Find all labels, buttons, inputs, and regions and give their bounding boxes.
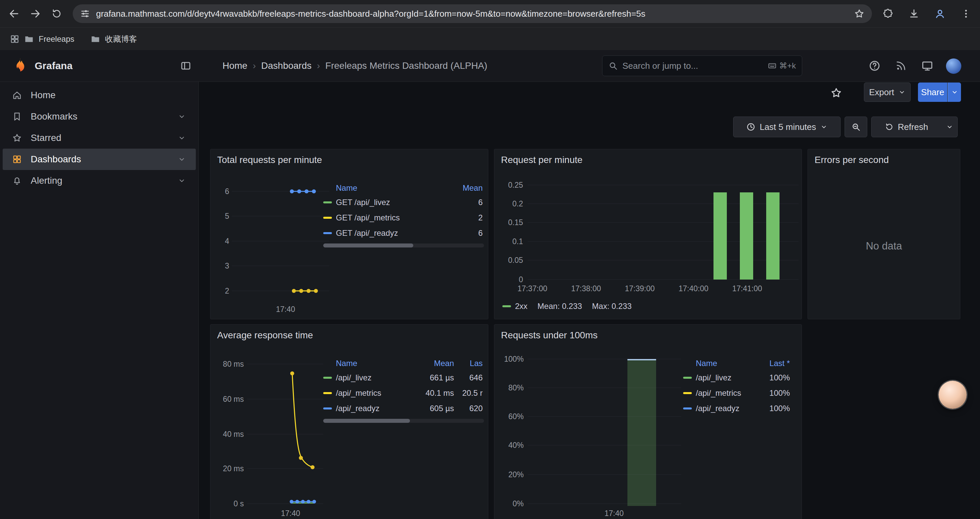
favorite-dashboard-icon[interactable] (830, 87, 842, 99)
chevron-down-icon[interactable] (178, 113, 186, 121)
scrollbar-thumb[interactable] (323, 243, 413, 248)
panel-legend: Name Last * /api/_livez 100% /api/_metri… (683, 357, 791, 416)
legend-col-name[interactable]: Name (323, 359, 409, 368)
y-tick: 40% (497, 441, 524, 450)
profile-icon[interactable] (929, 3, 951, 24)
help-icon[interactable] (867, 58, 882, 73)
downloads-icon[interactable] (903, 3, 924, 24)
url-bar[interactable]: grafana.mathmast.com/d/deytv4rwavabkb/fr… (73, 4, 872, 23)
bookmark-freeleaps[interactable]: Freeleaps (24, 34, 75, 44)
reload-icon[interactable] (46, 3, 67, 24)
refresh-interval-dropdown[interactable] (942, 117, 958, 137)
legend-scrollbar[interactable] (323, 419, 484, 423)
legend-row[interactable]: /api/_livez 100% (683, 370, 791, 385)
search-input[interactable]: Search or jump to... ⌘+k (602, 56, 802, 76)
legend-col-mean[interactable]: Mean (453, 184, 484, 193)
legend-scrollbar[interactable] (323, 243, 484, 248)
chevron-down-icon[interactable] (178, 155, 186, 163)
series-swatch (323, 201, 332, 203)
bar-chart-plot[interactable] (528, 355, 681, 515)
apps-grid-icon[interactable] (5, 30, 24, 48)
panel-title[interactable]: Request per minute (501, 155, 582, 165)
line-chart-plot[interactable] (232, 181, 329, 297)
chevron-down-icon[interactable] (178, 177, 186, 185)
line-chart-plot[interactable] (247, 355, 323, 515)
chevron-down-icon (946, 123, 953, 131)
scrollbar-thumb[interactable] (323, 419, 410, 423)
sidebar-item-label: Alerting (31, 175, 62, 186)
panel-legend: Name Mean GET /api/_livez 6 GET /api/_me… (323, 181, 484, 248)
legend-col-last[interactable]: Last * (757, 359, 791, 368)
user-avatar[interactable] (946, 58, 961, 74)
grafana-logo[interactable] (11, 57, 29, 76)
y-tick: 80% (497, 383, 524, 393)
x-tick: 17:40 (592, 509, 636, 518)
folder-icon (91, 34, 100, 44)
legend-row[interactable]: GET /api/_metrics 2 (323, 210, 484, 225)
chevron-down-icon[interactable] (178, 134, 186, 142)
legend-series[interactable]: 2xx (502, 302, 527, 311)
legend-col-last[interactable]: Las (455, 359, 484, 368)
legend-max: Max: 0.233 (592, 302, 632, 311)
zoom-out-button[interactable] (845, 117, 867, 137)
panel-total-requests-per-minute: Total requests per minute 6 5 4 3 2 17:4… (210, 149, 488, 319)
legend-row[interactable]: /api/_metrics 100% (683, 385, 791, 401)
legend-row[interactable]: /api/_metrics 40.1 ms 20.5 r (323, 385, 484, 401)
legend-col-name[interactable]: Name (683, 359, 757, 368)
legend-row[interactable]: GET /api/_readyz 6 (323, 225, 484, 241)
breadcrumb-separator: › (253, 61, 256, 71)
panel-average-response-time: Average response time 80 ms 60 ms 40 ms … (210, 324, 488, 519)
legend-row[interactable]: GET /api/_livez 6 (323, 195, 484, 210)
sidebar-item-alerting[interactable]: Alerting (3, 170, 196, 192)
sidebar-item-home[interactable]: Home (3, 85, 196, 106)
panel-title[interactable]: Requests under 100ms (501, 330, 598, 341)
back-icon[interactable] (3, 3, 25, 24)
legend-col-name[interactable]: Name (323, 184, 453, 193)
bookmark-star-icon[interactable] (854, 8, 865, 19)
breadcrumb-home[interactable]: Home (223, 61, 248, 71)
export-button[interactable]: Export (864, 83, 911, 102)
sidebar-item-bookmarks[interactable]: Bookmarks (3, 106, 196, 127)
legend-row[interactable]: /api/_readyz 605 µs 620 (323, 401, 484, 416)
sidebar-item-starred[interactable]: Starred (3, 127, 196, 149)
mega-menu-toggle-icon[interactable] (180, 60, 191, 72)
panel-title[interactable]: Errors per second (815, 155, 889, 165)
bookmark-blogs[interactable]: 收藏博客 (91, 34, 137, 45)
search-shortcut: ⌘+k (779, 61, 796, 70)
legend-row[interactable]: /api/_livez 661 µs 646 (323, 370, 484, 385)
share-button[interactable]: Share (918, 83, 947, 102)
sidebar-item-dashboards[interactable]: Dashboards (3, 149, 196, 170)
browser-menu-icon[interactable] (955, 3, 977, 24)
series-swatch (683, 377, 692, 379)
panel-title[interactable]: Average response time (217, 330, 313, 341)
home-icon (12, 90, 22, 100)
legend-row[interactable]: /api/_readyz 100% (683, 401, 791, 416)
breadcrumb-separator: › (317, 61, 320, 71)
y-tick: 0.15 (497, 218, 523, 227)
series-swatch (323, 392, 332, 394)
series-swatch (323, 407, 332, 409)
legend-col-mean[interactable]: Mean (409, 359, 455, 368)
time-range-picker[interactable]: Last 5 minutes (733, 117, 841, 137)
x-tick: 17:39:00 (615, 284, 665, 293)
refresh-button[interactable]: Refresh (871, 117, 942, 137)
forward-icon[interactable] (25, 3, 46, 24)
kiosk-monitor-icon[interactable] (920, 58, 935, 73)
sidebar-item-label: Bookmarks (31, 111, 77, 122)
floating-assistant-avatar[interactable] (939, 381, 967, 409)
breadcrumb: Home › Dashboards › Freeleaps Metrics Da… (223, 50, 487, 81)
series-swatch (683, 392, 692, 394)
news-rss-icon[interactable] (894, 58, 908, 73)
breadcrumb-dashboards[interactable]: Dashboards (261, 61, 312, 71)
chevron-down-icon (898, 88, 905, 96)
bar-chart-plot[interactable] (528, 181, 799, 285)
share-dropdown-button[interactable] (948, 83, 961, 102)
panel-legend: Name Mean Las /api/_livez 661 µs 646 /ap… (323, 357, 484, 423)
site-settings-icon[interactable] (80, 9, 90, 19)
extensions-icon[interactable] (877, 3, 899, 24)
x-tick: 17:41:00 (722, 284, 772, 293)
panel-title[interactable]: Total requests per minute (217, 155, 322, 165)
url-text[interactable]: grafana.mathmast.com/d/deytv4rwavabkb/fr… (96, 9, 848, 19)
y-tick: 60 ms (213, 395, 244, 404)
mega-menu: Home Bookmarks Starred Dashboards Alerti… (0, 82, 199, 519)
